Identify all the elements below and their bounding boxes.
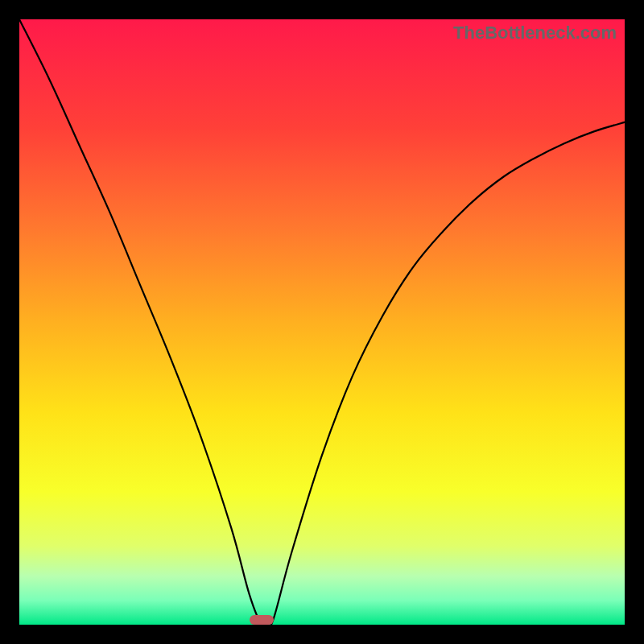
plot-area: TheBottleneck.com (19, 19, 625, 625)
watermark-text: TheBottleneck.com (453, 23, 617, 43)
bottleneck-curve (19, 19, 625, 625)
optimal-indicator (250, 615, 274, 625)
chart-container: TheBottleneck.com (0, 0, 644, 644)
